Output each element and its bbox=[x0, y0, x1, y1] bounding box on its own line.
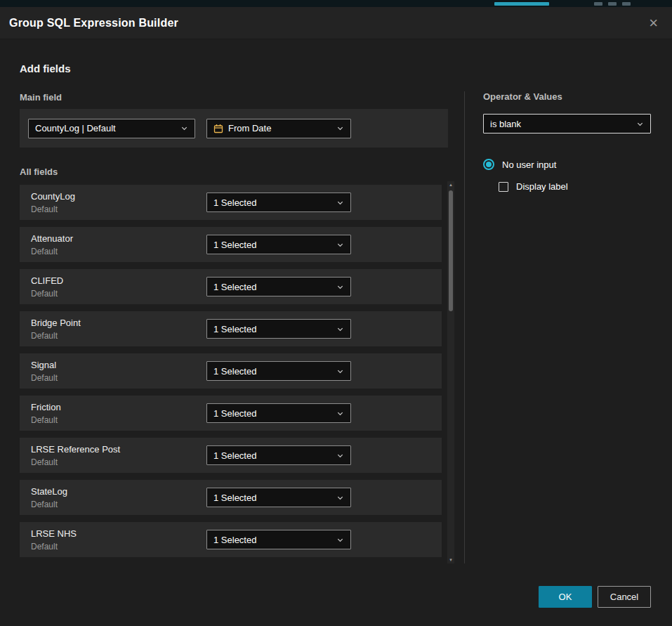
field-name: CLIFED bbox=[31, 275, 199, 286]
field-name: CountyLog bbox=[31, 191, 199, 202]
chevron-down-icon bbox=[336, 199, 344, 207]
field-row: LRSE NHS Default 1 Selected bbox=[20, 522, 442, 557]
background-text-fragment bbox=[494, 2, 549, 6]
field-subtitle: Default bbox=[31, 204, 199, 214]
dropdown-value: 1 Selected bbox=[213, 450, 331, 461]
scroll-down-icon[interactable]: ▾ bbox=[447, 556, 454, 563]
field-name: Attenuator bbox=[31, 233, 199, 244]
close-icon[interactable]: × bbox=[646, 14, 661, 32]
field-row: Attenuator Default 1 Selected bbox=[20, 227, 442, 262]
scroll-up-icon[interactable]: ▴ bbox=[447, 181, 454, 188]
all-fields-label: All fields bbox=[20, 167, 58, 177]
scrollbar[interactable]: ▴ ▾ bbox=[447, 181, 454, 563]
all-fields-list: CountyLog Default 1 Selected Attenuator … bbox=[20, 185, 442, 557]
field-subtitle: Default bbox=[31, 457, 199, 467]
dropdown-value: is blank bbox=[490, 119, 631, 129]
field-row: Bridge Point Default 1 Selected bbox=[20, 311, 442, 346]
dialog-header: Group SQL Expression Builder × bbox=[0, 7, 672, 39]
chevron-down-icon bbox=[336, 536, 344, 544]
main-field-label: Main field bbox=[20, 92, 62, 103]
field-selection-dropdown[interactable]: 1 Selected bbox=[206, 235, 351, 254]
display-label-option[interactable]: Display label bbox=[499, 181, 651, 192]
no-user-input-option[interactable]: No user input bbox=[483, 159, 651, 170]
dropdown-value: 1 Selected bbox=[213, 197, 331, 208]
ok-button[interactable]: OK bbox=[539, 586, 592, 608]
chevron-down-icon bbox=[336, 410, 344, 417]
dropdown-value: From Date bbox=[228, 123, 331, 133]
background-icon-fragment bbox=[594, 2, 602, 6]
field-subtitle: Default bbox=[31, 289, 199, 299]
dropdown-value: 1 Selected bbox=[213, 408, 331, 419]
dialog-footer: OK Cancel bbox=[539, 586, 651, 608]
dropdown-value: 1 Selected bbox=[213, 240, 331, 250]
field-name: Friction bbox=[31, 402, 199, 412]
chevron-down-icon bbox=[336, 367, 344, 375]
field-subtitle: Default bbox=[31, 542, 199, 552]
chevron-down-icon bbox=[336, 241, 344, 249]
field-name: Signal bbox=[31, 360, 199, 370]
background-icon-fragment bbox=[608, 2, 617, 6]
field-selection-dropdown[interactable]: 1 Selected bbox=[206, 530, 351, 549]
field-row: Signal Default 1 Selected bbox=[20, 353, 442, 389]
dropdown-value: 1 Selected bbox=[213, 535, 331, 545]
dropdown-value: 1 Selected bbox=[213, 493, 331, 503]
operator-values-label: Operator & Values bbox=[483, 91, 651, 102]
screen: Group SQL Expression Builder × Add field… bbox=[0, 0, 672, 626]
chevron-down-icon bbox=[336, 452, 344, 459]
main-field-source-dropdown[interactable]: CountyLog | Default bbox=[28, 119, 195, 138]
field-row: CLIFED Default 1 Selected bbox=[20, 269, 442, 304]
dropdown-value: 1 Selected bbox=[213, 282, 331, 292]
radio-label: No user input bbox=[502, 159, 556, 170]
operator-values-panel: Operator & Values is blank No user input… bbox=[483, 91, 651, 192]
checkbox-label: Display label bbox=[516, 181, 568, 192]
field-name: Bridge Point bbox=[31, 318, 199, 328]
vertical-divider bbox=[464, 91, 465, 563]
chevron-down-icon bbox=[180, 124, 188, 132]
field-selection-dropdown[interactable]: 1 Selected bbox=[206, 319, 351, 339]
field-selection-dropdown[interactable]: 1 Selected bbox=[206, 403, 351, 423]
chevron-down-icon bbox=[336, 494, 344, 502]
operator-dropdown[interactable]: is blank bbox=[483, 114, 651, 133]
field-selection-dropdown[interactable]: 1 Selected bbox=[206, 277, 351, 296]
chevron-down-icon bbox=[636, 120, 644, 128]
cancel-button[interactable]: Cancel bbox=[598, 586, 651, 608]
dialog-title: Group SQL Expression Builder bbox=[9, 17, 178, 30]
background-icon-fragment bbox=[622, 2, 631, 6]
field-subtitle: Default bbox=[31, 500, 199, 509]
field-subtitle: Default bbox=[31, 415, 199, 425]
field-selection-dropdown[interactable]: 1 Selected bbox=[206, 193, 351, 212]
field-name: StateLog bbox=[31, 486, 199, 497]
field-row: LRSE Reference Post Default 1 Selected bbox=[20, 438, 442, 473]
dropdown-value: 1 Selected bbox=[213, 324, 331, 334]
field-row: StateLog Default 1 Selected bbox=[20, 480, 442, 515]
field-subtitle: Default bbox=[31, 331, 199, 341]
field-selection-dropdown[interactable]: 1 Selected bbox=[206, 361, 351, 381]
field-subtitle: Default bbox=[31, 373, 199, 383]
scrollbar-thumb[interactable] bbox=[449, 190, 453, 311]
dropdown-value: 1 Selected bbox=[213, 366, 331, 377]
field-selection-dropdown[interactable]: 1 Selected bbox=[206, 445, 351, 465]
main-field-panel: CountyLog | Default From Date bbox=[20, 109, 448, 148]
calendar-icon bbox=[213, 124, 223, 133]
chevron-down-icon bbox=[336, 325, 344, 333]
add-fields-heading: Add fields bbox=[20, 63, 71, 74]
radio-selected-icon bbox=[483, 159, 494, 170]
dialog-group-sql-expression-builder: Group SQL Expression Builder × Add field… bbox=[0, 7, 672, 626]
field-row: Friction Default 1 Selected bbox=[20, 396, 442, 431]
field-row: CountyLog Default 1 Selected bbox=[20, 185, 442, 220]
field-subtitle: Default bbox=[31, 247, 199, 256]
checkbox-unchecked-icon bbox=[499, 182, 508, 192]
dropdown-value: CountyLog | Default bbox=[35, 123, 176, 133]
chevron-down-icon bbox=[336, 283, 344, 291]
field-name: LRSE NHS bbox=[31, 528, 199, 539]
chevron-down-icon bbox=[336, 124, 344, 132]
field-name: LRSE Reference Post bbox=[31, 444, 199, 455]
field-selection-dropdown[interactable]: 1 Selected bbox=[206, 488, 351, 507]
background-page-fragment bbox=[0, 0, 672, 7]
main-field-field-dropdown[interactable]: From Date bbox=[206, 119, 351, 138]
